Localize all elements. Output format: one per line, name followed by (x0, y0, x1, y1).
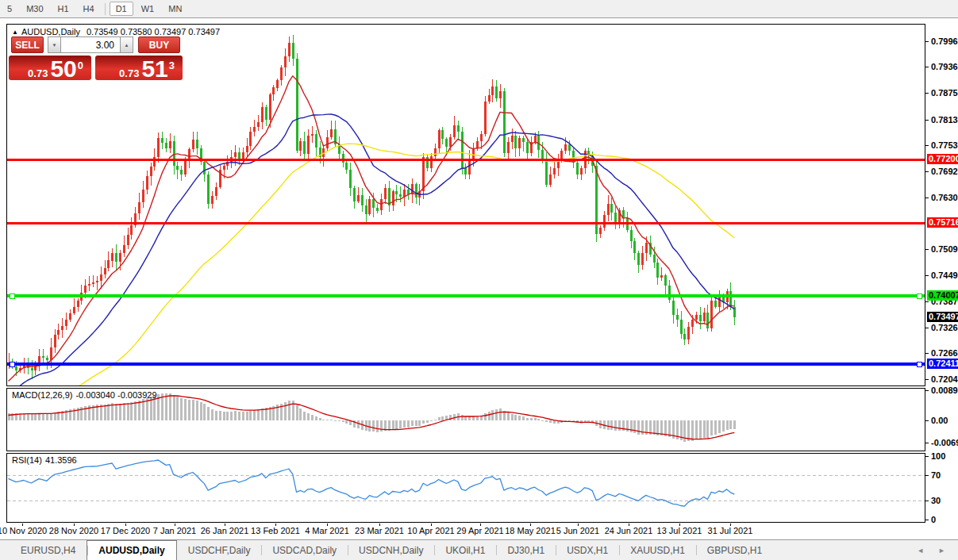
volume-input[interactable] (61, 36, 120, 53)
date-label: 17 Dec 2020 (101, 526, 150, 535)
date-label: 10 Apr 2021 (407, 526, 454, 535)
hline-handle[interactable] (917, 293, 921, 298)
buy-price-pip: 3 (169, 59, 175, 71)
date-axis: 10 Nov 202028 Nov 202017 Dec 20207 Jan 2… (6, 524, 925, 539)
price-tick-label: 0.72045 (931, 374, 958, 384)
rsi-axis-label: 70 (931, 470, 941, 480)
chart-symbol-label: AUDUSD,Daily (21, 27, 80, 36)
price-tick-label: 0.78750 (931, 88, 958, 98)
tab-item-audusd-daily[interactable]: AUDUSD,Daily (87, 540, 176, 560)
date-label: 4 Mar 2021 (305, 526, 349, 535)
tab-item-usdcad-daily[interactable]: USDCAD,Daily (261, 540, 348, 560)
price-tick-label: 0.72660 (931, 348, 958, 358)
macd-values: -0.003040 -0.003929 (75, 390, 156, 400)
timeframe-button-w1[interactable]: W1 (135, 2, 161, 16)
price-tick-label: 0.76920 (931, 167, 958, 176)
rsi-axis-label: 0 (931, 515, 936, 524)
price-tick-mark (925, 145, 929, 146)
timeframe-toolbar: 5M30H1H4D1W1MN (0, 0, 958, 18)
tab-item-usdchf-daily[interactable]: USDCHF,Daily (177, 540, 262, 560)
tab-item-eurusd-h4[interactable]: EURUSD,H4 (10, 540, 87, 560)
tab-item-dj30-h1[interactable]: DJ30,H1 (496, 540, 556, 560)
rsi-tick-mark (925, 501, 929, 501)
macd-tick-mark (925, 443, 929, 443)
macd-axis-label: 0.00 (931, 416, 948, 425)
triangle-down-icon: ▼ (52, 43, 57, 48)
price-tick-mark (925, 198, 929, 198)
price-tick-label: 0.79965 (931, 36, 958, 46)
date-label: 18 May 2021 (505, 526, 556, 535)
volume-increase-button[interactable]: ▲ (120, 36, 133, 53)
main-chart-panel[interactable]: ▲AUDUSD,Daily0.73549 0.73580 0.73497 0.7… (6, 24, 925, 386)
buy-price-display[interactable]: 0.73513 (95, 56, 183, 80)
sell-price-pip: 0 (78, 59, 83, 71)
date-label: 29 Apr 2021 (456, 526, 503, 535)
timeframe-button-m30[interactable]: M30 (20, 2, 49, 16)
macd-panel[interactable]: MACD(12,26,9)-0.003040 -0.003929 (6, 388, 925, 451)
price-tick-mark (925, 379, 929, 380)
price-tick-mark (925, 67, 929, 67)
price-tick-mark (925, 120, 929, 121)
price-tick-mark (925, 328, 929, 328)
date-label: 7 Jan 2021 (153, 526, 196, 535)
hline-handle[interactable] (10, 362, 14, 366)
tab-item-usdx-h1[interactable]: USDX,H1 (556, 540, 619, 560)
tab-item-xauusd-h1[interactable]: XAUUSD,H1 (619, 540, 696, 560)
sell-button[interactable]: SELL (11, 36, 44, 53)
macd-axis-label: -0.00697 (931, 438, 958, 447)
macd-axis-label: 0.008903 (931, 385, 958, 395)
buy-button[interactable]: BUY (138, 36, 180, 53)
timeframe-button-5[interactable]: 5 (1, 2, 18, 16)
date-label: 13 Feb 2021 (251, 526, 300, 535)
tab-scroll-left-icon[interactable]: ◄ (917, 547, 924, 554)
price-tick-mark (925, 171, 929, 172)
price-line-badge: 0.74007 (927, 290, 958, 301)
chart-title: ▲AUDUSD,Daily0.73549 0.73580 0.73497 0.7… (12, 27, 220, 36)
timeframe-button-d1[interactable]: D1 (110, 2, 133, 16)
tab-item-gbpusd-h1[interactable]: GBPUSD,H1 (696, 540, 773, 560)
date-label: 5 Jun 2021 (556, 526, 599, 535)
chart-tab-bar: EURUSD,H4AUDUSD,DailyUSDCHF,DailyUSDCAD,… (0, 539, 958, 560)
chart-ohlc-values: 0.73549 0.73580 0.73497 0.73497 (87, 27, 220, 36)
macd-label: MACD(12,26,9)-0.003040 -0.003929 (12, 390, 160, 400)
tab-item-usdcnh-daily[interactable]: USDCNH,Daily (348, 540, 434, 560)
price-tick-mark (925, 249, 929, 250)
date-label: 23 Mar 2021 (355, 526, 404, 535)
rsi-panel[interactable]: RSI(14)41.3596 (6, 453, 925, 523)
rsi-tick-mark (925, 475, 929, 476)
tab-item-ukoil-h1[interactable]: UKOil,H1 (434, 540, 496, 560)
price-tick-mark (925, 353, 929, 354)
macd-tick-mark (925, 420, 929, 421)
rsi-value: 41.3596 (45, 455, 77, 465)
macd-name: MACD(12,26,9) (12, 390, 72, 400)
sell-price-prefix: 0.73 (28, 67, 48, 79)
rsi-label: RSI(14)41.3596 (12, 455, 80, 465)
price-line-badge: 0.75716 (927, 217, 958, 228)
triangle-up-icon: ▲ (125, 43, 129, 48)
timeframe-button-h1[interactable]: H1 (52, 2, 75, 16)
one-click-trading-panel: SELL ▼ ▲ BUY 0.73500 0.73513 (11, 36, 189, 106)
date-label: 24 Jun 2021 (605, 526, 653, 535)
price-tick-label: 0.78135 (931, 115, 958, 125)
price-tick-mark (925, 93, 929, 94)
hline-handle[interactable] (10, 293, 14, 298)
toolbar-separator (105, 3, 106, 15)
price-line-badge: 0.77200 (927, 154, 958, 164)
macd-tick-mark (925, 390, 929, 391)
price-tick-label: 0.75090 (931, 244, 958, 254)
rsi-tick-mark (925, 456, 929, 457)
current-price-badge: 0.73497 (927, 312, 958, 322)
price-axis: 0.799650.793650.787500.781350.775350.769… (925, 19, 958, 539)
timeframe-button-h4[interactable]: H4 (77, 2, 101, 16)
tab-scroll-arrows: ◄► (917, 540, 958, 560)
hline-handle[interactable] (917, 362, 921, 366)
rsi-tick-mark (925, 520, 929, 520)
volume-decrease-button[interactable]: ▼ (48, 36, 61, 53)
price-line-badge: 0.72411 (927, 359, 958, 369)
tab-scroll-right-icon[interactable]: ► (938, 547, 945, 554)
sell-price-display[interactable]: 0.73500 (9, 56, 91, 80)
price-tick-label: 0.79365 (931, 62, 958, 71)
timeframe-button-mn[interactable]: MN (162, 2, 188, 16)
rsi-name: RSI(14) (12, 455, 42, 465)
date-label: 26 Jan 2021 (201, 526, 249, 535)
